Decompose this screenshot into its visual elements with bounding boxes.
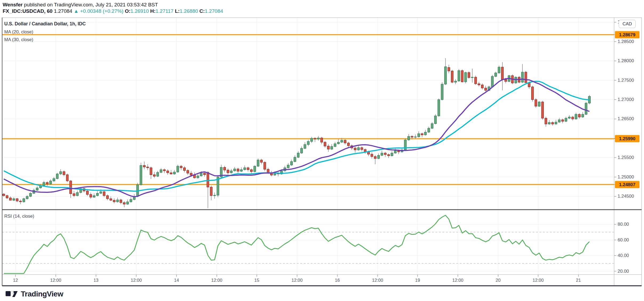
chart-frame xyxy=(2,18,642,286)
price-chart-canvas[interactable] xyxy=(0,0,644,301)
time-axis-label: 12:00 xyxy=(211,278,222,283)
legend-ma20: MA (20, close) xyxy=(4,29,33,35)
time-axis-label: 12:00 xyxy=(452,278,463,283)
tradingview-logo[interactable]: TradingView xyxy=(5,290,63,298)
price-axis-label: 1.26500 xyxy=(618,116,634,122)
time-axis-label: 12:00 xyxy=(50,278,61,283)
tradingview-logo-text: TradingView xyxy=(21,290,63,298)
legend-ma30: MA (30, close) xyxy=(4,37,33,42)
time-axis-label: 20 xyxy=(496,278,501,283)
price-axis-label: 1.24500 xyxy=(618,194,634,199)
price-axis-label: 1.27000 xyxy=(618,97,634,102)
currency-unit-button[interactable]: CAD xyxy=(619,20,636,28)
price-axis-label: 1.28000 xyxy=(618,58,634,64)
rsi-axis-label: 60.00 xyxy=(618,237,629,243)
orange-level-badge: 1.28679 xyxy=(615,31,639,38)
price-axis-label: 1.25000 xyxy=(618,174,634,180)
orange-level-badge: 1.24807 xyxy=(615,181,639,188)
time-axis-label: 12:00 xyxy=(533,278,543,283)
time-axis-label: 21 xyxy=(576,278,581,283)
rsi-line xyxy=(4,215,589,273)
chart-title: U.S. Dollar / Canadian Dollar, 1h, IDC xyxy=(4,21,86,27)
tradingview-logo-icon xyxy=(5,290,18,298)
ma30-line xyxy=(4,81,589,191)
time-axis-label: 14 xyxy=(174,278,179,283)
legend-rsi: RSI (14, close) xyxy=(4,214,34,219)
rsi-axis-label: 40.00 xyxy=(618,253,629,258)
rsi-axis-label: 20.00 xyxy=(618,269,629,274)
time-axis-label: 15 xyxy=(254,278,259,283)
time-axis-label: 12 xyxy=(13,278,18,283)
time-axis-label: 13 xyxy=(94,278,98,283)
tradingview-published-chart: Wensfer published on TradingView.com, Ju… xyxy=(0,0,644,301)
orange-level-badge: 1.25990 xyxy=(615,135,639,142)
time-axis-label: 12:00 xyxy=(291,278,302,283)
price-axis-label: 1.27500 xyxy=(618,78,634,83)
price-axis-label: 1.25500 xyxy=(618,155,634,160)
ma20-line xyxy=(4,78,589,197)
time-axis-label: 12:00 xyxy=(372,278,383,283)
time-axis-label: 16 xyxy=(335,278,340,283)
rsi-axis-label: 80.00 xyxy=(618,222,629,227)
time-axis-label: 19 xyxy=(415,278,420,283)
time-axis-label: 12:00 xyxy=(131,278,142,283)
price-axis-label: 1.28500 xyxy=(618,39,634,44)
